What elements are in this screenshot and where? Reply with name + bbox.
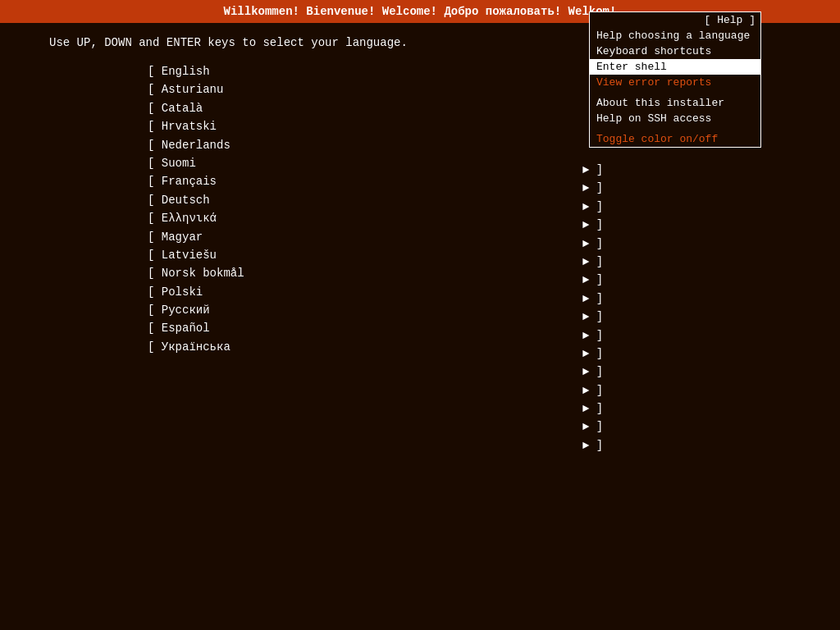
language-item[interactable]: [ Русский bbox=[148, 301, 840, 319]
help-menu-item[interactable]: Help choosing a language bbox=[590, 28, 760, 43]
arrow-item: ► ] bbox=[582, 253, 603, 271]
language-item[interactable]: [ Latviešu bbox=[148, 246, 840, 264]
help-menu-item[interactable]: Keyboard shortcuts bbox=[590, 43, 760, 59]
help-menu-item[interactable]: Toggle color on/off bbox=[590, 131, 760, 147]
help-menu-item[interactable]: Help on SSH access bbox=[590, 111, 760, 126]
arrow-item: ► ] bbox=[582, 326, 603, 345]
language-item[interactable]: [ Deutsch bbox=[148, 191, 840, 209]
help-menu-item[interactable]: About this installer bbox=[590, 95, 760, 111]
language-item[interactable]: [ Ελληνικά bbox=[148, 209, 840, 227]
help-menu-item[interactable]: Enter shell bbox=[590, 59, 760, 75]
arrow-item: ► ] bbox=[582, 436, 603, 454]
arrow-item: ► ] bbox=[582, 381, 603, 399]
help-title: [ Help ] bbox=[590, 12, 760, 28]
arrow-item: ► ] bbox=[582, 290, 603, 308]
arrow-item: ► ] bbox=[582, 271, 603, 289]
arrow-item: ► ] bbox=[582, 399, 603, 418]
arrow-item: ► ] bbox=[582, 216, 603, 234]
language-item[interactable]: [ Français bbox=[148, 172, 840, 190]
language-item[interactable]: [ Español bbox=[148, 319, 840, 337]
arrow-item: ► ] bbox=[582, 308, 603, 326]
language-item[interactable]: [ Magyar bbox=[148, 228, 840, 246]
arrow-item: ► ] bbox=[582, 235, 603, 253]
language-item[interactable]: [ Suomi bbox=[148, 154, 840, 172]
arrow-item: ► ] bbox=[582, 161, 603, 179]
arrow-item: ► ] bbox=[582, 179, 603, 197]
language-item[interactable]: [ Українська bbox=[148, 338, 840, 356]
arrow-item: ► ] bbox=[582, 418, 603, 436]
arrow-item: ► ] bbox=[582, 363, 603, 381]
arrow-item: ► ] bbox=[582, 345, 603, 363]
help-menu-item[interactable]: View error reports bbox=[590, 75, 760, 90]
language-item[interactable]: [ Norsk bokmål bbox=[148, 264, 840, 282]
arrows-column: ► ]► ]► ]► ]► ]► ]► ]► ]► ]► ]► ]► ]► ]►… bbox=[582, 161, 603, 454]
language-item[interactable]: [ Polski bbox=[148, 283, 840, 301]
arrow-item: ► ] bbox=[582, 198, 603, 216]
help-popup: [ Help ] Help choosing a languageKeyboar… bbox=[589, 11, 761, 148]
banner-text: Willkommen! Bienvenue! Welcome! Добро по… bbox=[224, 5, 617, 18]
